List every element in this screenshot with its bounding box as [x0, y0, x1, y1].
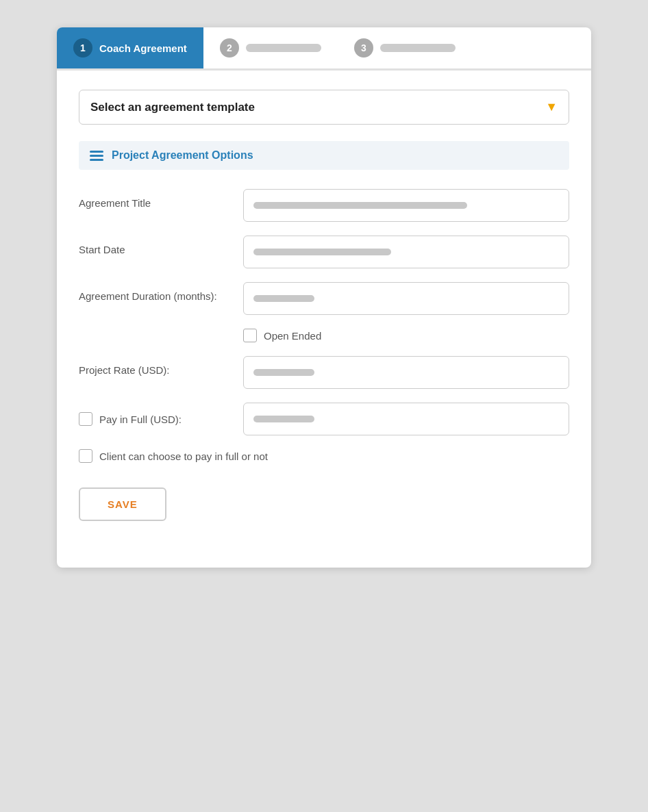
open-ended-label: Open Ended	[264, 330, 321, 342]
pay-in-full-input[interactable]	[243, 403, 569, 435]
agreement-title-input[interactable]	[243, 189, 569, 222]
duration-placeholder	[253, 295, 314, 302]
step-2-placeholder	[246, 44, 321, 52]
start-date-row: Start Date	[79, 236, 569, 268]
project-rate-row: Project Rate (USD):	[79, 356, 569, 389]
step-3[interactable]: 3	[338, 27, 472, 68]
project-rate-input[interactable]	[243, 356, 569, 389]
step-2[interactable]: 2	[203, 27, 338, 68]
step-1-label: Coach Agreement	[99, 42, 187, 54]
pay-in-full-placeholder	[253, 416, 314, 422]
template-dropdown[interactable]: Select an agreement template ▼	[79, 90, 569, 125]
step-3-placeholder	[380, 44, 456, 52]
section-title: Project Agreement Options	[112, 149, 253, 162]
client-choose-label: Client can choose to pay in full or not	[99, 451, 268, 462]
start-date-label: Start Date	[79, 236, 229, 255]
client-choose-row: Client can choose to pay in full or not	[79, 449, 569, 463]
step-2-number: 2	[220, 38, 239, 58]
open-ended-checkbox[interactable]	[243, 329, 257, 342]
dropdown-label: Select an agreement template	[90, 101, 255, 114]
chevron-down-icon: ▼	[545, 100, 558, 114]
list-icon	[90, 151, 103, 161]
duration-label: Agreement Duration (months):	[79, 282, 229, 302]
agreement-title-label: Agreement Title	[79, 189, 229, 209]
pay-in-full-left: Pay in Full (USD):	[79, 412, 229, 426]
client-choose-checkbox[interactable]	[79, 449, 92, 463]
start-date-input[interactable]	[243, 236, 569, 268]
content-area: Select an agreement template ▼ Project A…	[57, 71, 591, 540]
list-icon-line-1	[90, 151, 103, 153]
project-rate-placeholder	[253, 369, 314, 376]
pay-in-full-row: Pay in Full (USD):	[79, 403, 569, 435]
duration-row: Agreement Duration (months):	[79, 282, 569, 315]
save-button[interactable]: SAVE	[79, 487, 166, 521]
list-icon-line-3	[90, 159, 103, 161]
pay-in-full-checkbox[interactable]	[79, 412, 92, 426]
duration-input[interactable]	[243, 282, 569, 315]
step-1[interactable]: 1 Coach Agreement	[57, 27, 203, 68]
list-icon-line-2	[90, 155, 103, 157]
pay-in-full-label: Pay in Full (USD):	[99, 414, 250, 425]
main-card: 1 Coach Agreement 2 3 Select an agreemen…	[57, 27, 591, 568]
stepper: 1 Coach Agreement 2 3	[57, 27, 591, 71]
project-rate-label: Project Rate (USD):	[79, 356, 229, 376]
open-ended-row: Open Ended	[243, 329, 569, 342]
step-1-number: 1	[73, 38, 92, 58]
agreement-title-placeholder	[253, 202, 467, 209]
step-3-number: 3	[354, 38, 373, 58]
section-header: Project Agreement Options	[79, 141, 569, 170]
start-date-placeholder	[253, 249, 391, 255]
agreement-title-row: Agreement Title	[79, 189, 569, 222]
